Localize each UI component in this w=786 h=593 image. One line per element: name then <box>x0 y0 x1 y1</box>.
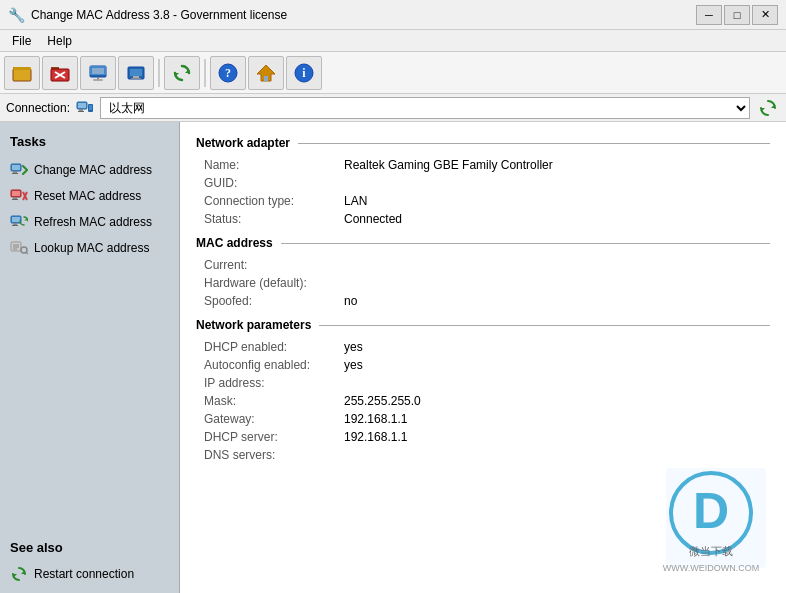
menu-help[interactable]: Help <box>39 32 80 50</box>
app-icon: 🔧 <box>8 7 25 23</box>
mac-hardware-row: Hardware (default): <box>196 276 770 290</box>
network-params-section-header: Network parameters <box>196 318 770 332</box>
svg-rect-43 <box>12 217 20 222</box>
dhcp-server-label: DHCP server: <box>204 430 344 444</box>
mac-spoofed-value: no <box>344 294 357 308</box>
refresh-icon <box>171 62 193 84</box>
network-params-title: Network parameters <box>196 318 311 332</box>
adapter-connection-type-value: LAN <box>344 194 367 208</box>
change-mac-label: Change MAC address <box>34 163 152 177</box>
adapter-name-value: Realtek Gaming GBE Family Controller <box>344 158 553 172</box>
title-bar-left: 🔧 Change MAC Address 3.8 - Government li… <box>8 7 287 23</box>
section-line-3 <box>319 325 770 326</box>
adapter-icon <box>125 62 147 84</box>
mac-hardware-label: Hardware (default): <box>204 276 344 290</box>
svg-rect-11 <box>92 68 104 74</box>
connection-refresh-button[interactable] <box>756 97 780 119</box>
svg-text:?: ? <box>225 66 231 80</box>
autoconfig-value: yes <box>344 358 363 372</box>
mask-label: Mask: <box>204 394 344 408</box>
gateway-value: 192.168.1.1 <box>344 412 407 426</box>
adapter-connection-type-label: Connection type: <box>204 194 344 208</box>
svg-rect-33 <box>12 165 20 170</box>
toolbar-adapter-button[interactable] <box>118 56 154 90</box>
toolbar-help-button[interactable]: ? <box>210 56 246 90</box>
svg-text:D: D <box>693 483 729 539</box>
svg-rect-35 <box>12 173 18 174</box>
mac-spoofed-label: Spoofed: <box>204 294 344 308</box>
dhcp-enabled-label: DHCP enabled: <box>204 340 344 354</box>
sidebar-item-refresh-mac[interactable]: Refresh MAC address <box>4 211 175 233</box>
svg-rect-10 <box>93 79 103 81</box>
refresh-mac-icon <box>10 214 28 230</box>
svg-text:WWW.WEIDOWN.COM: WWW.WEIDOWN.COM <box>663 563 759 573</box>
svg-rect-21 <box>264 76 268 81</box>
close-button[interactable]: ✕ <box>752 5 778 25</box>
svg-rect-37 <box>12 191 20 196</box>
menu-file[interactable]: File <box>4 32 39 50</box>
toolbar-open-button[interactable] <box>4 56 40 90</box>
mac-current-row: Current: <box>196 258 770 272</box>
minimize-button[interactable]: ─ <box>696 5 722 25</box>
connection-label: Connection: <box>6 101 70 115</box>
dns-servers-label: DNS servers: <box>204 448 344 462</box>
adapter-guid-row: GUID: <box>196 176 770 190</box>
sidebar-item-lookup-mac[interactable]: Lookup MAC address <box>4 237 175 259</box>
sidebar-item-reset-mac[interactable]: Reset MAC address <box>4 185 175 207</box>
watermark-graphic: D 微当下载 WWW.WEIDOWN.COM <box>611 463 776 583</box>
adapter-name-row: Name: Realtek Gaming GBE Family Controll… <box>196 158 770 172</box>
restart-connection-icon <box>10 566 28 582</box>
lookup-mac-icon <box>10 240 28 256</box>
network-adapter-section-header: Network adapter <box>196 136 770 150</box>
watermark: D 微当下载 WWW.WEIDOWN.COM <box>611 463 776 583</box>
refresh-mac-label: Refresh MAC address <box>34 215 152 229</box>
home-icon <box>255 62 277 84</box>
mac-spoofed-row: Spoofed: no <box>196 294 770 308</box>
dhcp-server-value: 192.168.1.1 <box>344 430 407 444</box>
ip-address-row: IP address: <box>196 376 770 390</box>
close-folder-icon <box>49 62 71 84</box>
ip-address-label: IP address: <box>204 376 344 390</box>
autoconfig-label: Autoconfig enabled: <box>204 358 344 372</box>
lookup-mac-label: Lookup MAC address <box>34 241 149 255</box>
dhcp-server-row: DHCP server: 192.168.1.1 <box>196 430 770 444</box>
svg-rect-27 <box>78 111 84 112</box>
svg-rect-45 <box>12 225 18 226</box>
connection-bar: Connection: 以太网 <box>0 94 786 122</box>
adapter-guid-label: GUID: <box>204 176 344 190</box>
svg-rect-1 <box>13 69 31 81</box>
svg-rect-29 <box>89 105 92 110</box>
sidebar: Tasks Change MAC address Reset MAC addre… <box>0 122 180 593</box>
svg-marker-46 <box>24 218 26 220</box>
adapter-name-label: Name: <box>204 158 344 172</box>
mac-address-title: MAC address <box>196 236 273 250</box>
gateway-row: Gateway: 192.168.1.1 <box>196 412 770 426</box>
section-line-2 <box>281 243 770 244</box>
restart-connection-label: Restart connection <box>34 567 134 581</box>
menu-bar: File Help <box>0 30 786 52</box>
info-icon: i <box>293 62 315 84</box>
svg-line-52 <box>26 252 28 254</box>
toolbar-network-button[interactable] <box>80 56 116 90</box>
svg-rect-2 <box>13 67 31 70</box>
sidebar-item-restart-connection[interactable]: Restart connection <box>4 563 175 585</box>
mask-row: Mask: 255.255.255.0 <box>196 394 770 408</box>
connection-dropdown[interactable]: 以太网 <box>100 97 750 119</box>
change-mac-icon <box>10 162 28 178</box>
network-icon <box>87 62 109 84</box>
sidebar-spacer <box>4 263 175 532</box>
dns-servers-row: DNS servers: <box>196 448 770 462</box>
svg-rect-25 <box>78 103 86 108</box>
autoconfig-row: Autoconfig enabled: yes <box>196 358 770 372</box>
toolbar-refresh-button[interactable] <box>164 56 200 90</box>
maximize-button[interactable]: □ <box>724 5 750 25</box>
toolbar-separator-2 <box>204 59 206 87</box>
toolbar-separator-1 <box>158 59 160 87</box>
adapter-connection-type-row: Connection type: LAN <box>196 194 770 208</box>
toolbar-home-button[interactable] <box>248 56 284 90</box>
adapter-status-row: Status: Connected <box>196 212 770 226</box>
toolbar-close-button[interactable] <box>42 56 78 90</box>
toolbar-info-button[interactable]: i <box>286 56 322 90</box>
sidebar-item-change-mac[interactable]: Change MAC address <box>4 159 175 181</box>
tasks-title: Tasks <box>4 130 175 155</box>
